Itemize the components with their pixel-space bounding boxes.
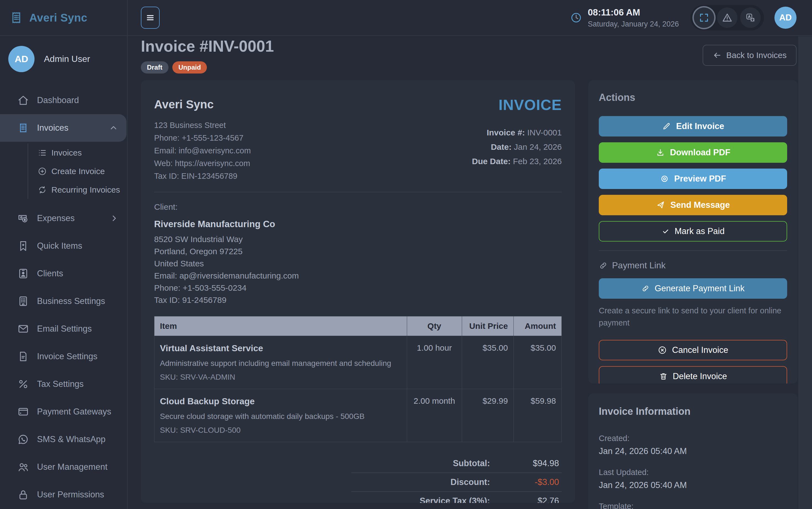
eye-icon [660,174,669,183]
sidebar-item-invoice-settings[interactable]: Invoice Settings [0,343,127,370]
whatsapp-icon [17,433,29,445]
actions-panel: Actions Edit Invoice Download PDF Previe… [588,80,798,383]
submenu-item-invoices[interactable]: Invoices [38,143,127,162]
sidebar-item-business-settings[interactable]: Business Settings [0,287,127,315]
app-logo[interactable]: Averi Sync [0,10,127,25]
invoice-information-title: Invoice Information [599,406,787,417]
sidebar-item-tax-settings[interactable]: Tax Settings [0,370,127,398]
user-name: Admin User [44,54,90,64]
delete-invoice-button[interactable]: Delete Invoice [599,366,787,383]
tax-row: Service Tax (3%): $2.76 [351,491,562,503]
submenu-item-create-invoice[interactable]: Create Invoice [38,162,127,180]
current-date: Saturday, January 24, 2026 [588,20,679,29]
sidebar-item-dashboard[interactable]: Dashboard [0,87,127,114]
warning-icon [722,12,733,23]
avatar: AD [8,46,35,72]
menu-icon [145,13,155,23]
company-address: 123 Business Street [154,119,251,132]
table-header-row: Item Qty Unit Price Amount [154,316,562,336]
invoice-number: INV-0001 [527,128,562,137]
invoices-submenu: Invoices Create Invoice Recurring Invoic… [28,143,127,199]
link-icon [599,261,607,270]
translate-icon [745,12,756,23]
company-phone: Phone: +1-555-123-4567 [154,132,251,144]
arrow-left-icon [712,50,722,60]
sidebar-border [127,0,127,509]
generate-payment-link-button[interactable]: Generate Payment Link [599,278,787,299]
send-icon [656,200,665,210]
actions-title: Actions [599,92,787,103]
mark-as-paid-button[interactable]: Mark as Paid [599,221,787,241]
company-email: Email: info@averisync.com [154,144,251,157]
preview-pdf-button[interactable]: Preview PDF [599,169,787,189]
invoice-doc-title: INVOICE [472,96,562,113]
building-icon [17,295,29,307]
line-items-table: Item Qty Unit Price Amount Virtual Assis… [154,316,562,442]
invoice-date: Jan 24, 2026 [514,142,562,151]
subtotal-row: Subtotal: $94.98 [351,454,562,473]
chevron-right-icon [109,214,119,223]
payment-link-description: Create a secure link to send to your cli… [599,305,787,329]
language-button[interactable] [740,7,761,28]
page-title: Invoice #INV-0001 [141,37,274,55]
company-name: Averi Sync [154,98,251,111]
invoice-due-date: Feb 23, 2026 [513,157,562,166]
refresh-icon [38,185,47,195]
user-avatar[interactable]: AD [774,7,797,29]
status-badges: Draft Unpaid [141,61,207,73]
sidebar-user: AD Admin User [0,36,127,72]
sidebar-toggle-button[interactable] [141,7,160,29]
home-icon [17,94,29,106]
sidebar-item-quick-items[interactable]: Quick Items [0,232,127,260]
sidebar-nav: Dashboard Invoices Invoices [0,87,127,508]
users-icon [17,461,29,473]
send-message-button[interactable]: Send Message [599,195,787,215]
table-row: Virtual Assistant Service Administrative… [154,336,562,389]
sidebar-item-sms-whatsapp[interactable]: SMS & WhatsApp [0,426,127,453]
scrollbar[interactable] [798,36,812,509]
download-icon [656,148,665,157]
last-updated-value: Jan 24, 2026 05:40 AM [599,480,787,490]
alerts-button[interactable] [717,7,737,28]
edit-invoice-button[interactable]: Edit Invoice [599,116,787,136]
divider [599,250,787,251]
status-badge-draft: Draft [141,61,169,73]
sidebar-item-invoices[interactable]: Invoices [0,114,126,142]
money-icon [17,212,29,225]
sidebar-item-expenses[interactable]: Expenses [0,204,127,232]
clock-display: 08:11:06 AM Saturday, January 24, 2026 [570,7,679,29]
created-label: Created: [599,434,787,443]
sidebar-item-email-settings[interactable]: Email Settings [0,315,127,343]
template-label: Template: [599,502,787,509]
last-updated-label: Last Updated: [599,468,787,477]
app-name: Averi Sync [29,11,87,24]
back-to-invoices-button[interactable]: Back to Invoices [703,45,797,66]
chevron-up-icon [109,123,118,133]
totals-block: Subtotal: $94.98 Discount: -$3.00 Servic… [351,454,562,503]
link-icon [641,284,650,293]
submenu-item-recurring-invoices[interactable]: Recurring Invoices [38,180,127,199]
sidebar-item-clients[interactable]: Clients [0,260,127,287]
discount-row: Discount: -$3.00 [351,473,562,491]
download-pdf-button[interactable]: Download PDF [599,142,787,163]
client-heading: Client: [154,202,562,212]
fullscreen-button[interactable] [694,7,714,28]
sidebar-item-user-management[interactable]: User Management [0,453,127,481]
invoice-information-panel: Invoice Information Created: Jan 24, 202… [588,394,798,509]
invoice-meta: INVOICE Invoice #: INV-0001 Date: Jan 24… [472,93,562,182]
divider [154,192,562,192]
status-badge-unpaid: Unpaid [172,61,207,73]
list-icon [38,148,47,158]
sidebar-item-user-permissions[interactable]: User Permissions [0,481,127,508]
credit-card-icon [17,406,29,418]
client-info: Client: Riverside Manufacturing Co 8520 … [154,202,562,306]
table-row: Cloud Backup Storage Secure cloud storag… [154,389,562,442]
cancel-invoice-button[interactable]: Cancel Invoice [599,340,787,360]
bookmark-star-icon [17,240,29,252]
invoice-preview-card: Averi Sync 123 Business Street Phone: +1… [141,80,575,503]
clock-icon [570,11,582,24]
pencil-icon [662,122,671,131]
circle-x-icon [658,345,667,355]
sidebar-item-payment-gateways[interactable]: Payment Gateways [0,398,127,426]
header-icon-group [691,5,764,30]
